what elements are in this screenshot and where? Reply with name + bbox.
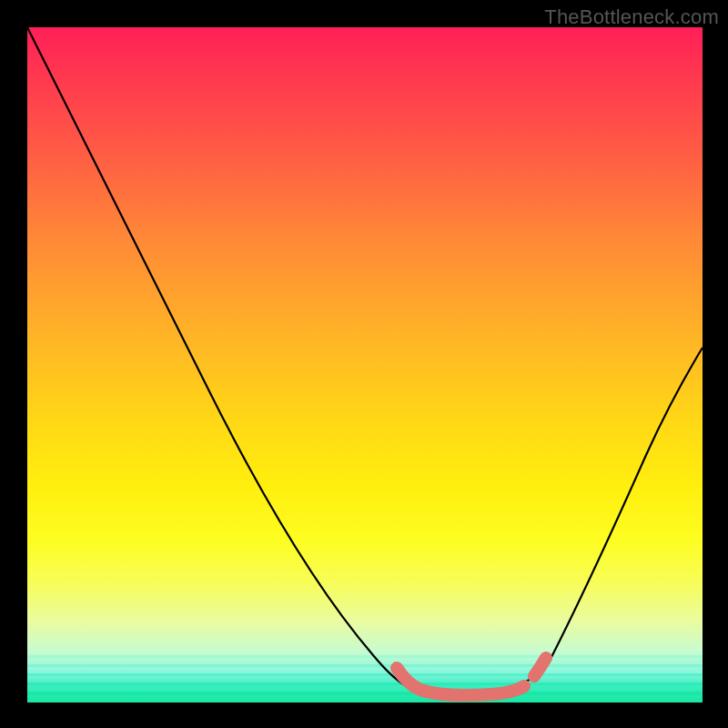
chart-frame: TheBottleneck.com xyxy=(0,0,728,728)
bottleneck-curve xyxy=(27,27,703,694)
watermark-text: TheBottleneck.com xyxy=(544,5,719,29)
curve-layer xyxy=(27,27,703,703)
optimal-range-marker xyxy=(397,658,546,695)
plot-area xyxy=(27,27,703,703)
